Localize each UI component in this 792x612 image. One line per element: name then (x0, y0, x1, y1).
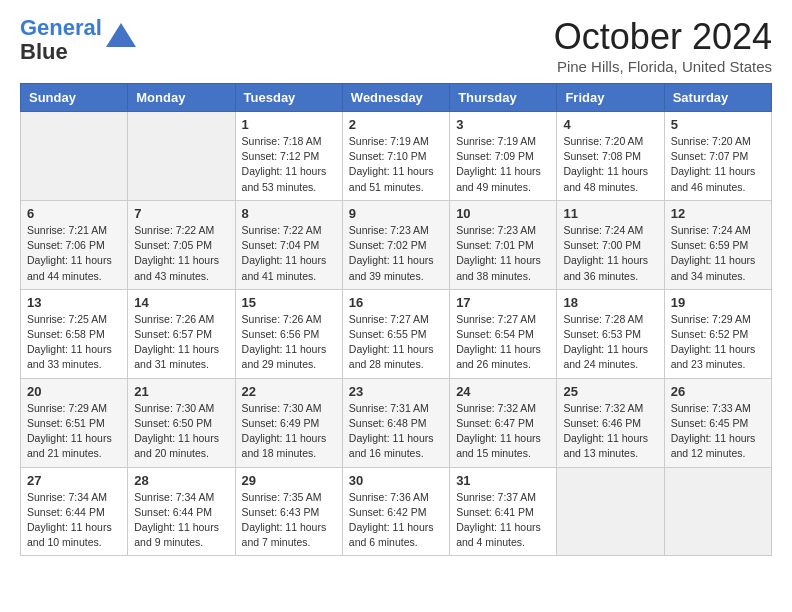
calendar-cell: 12Sunrise: 7:24 AMSunset: 6:59 PMDayligh… (664, 200, 771, 289)
day-number: 2 (349, 117, 443, 132)
day-detail: Sunrise: 7:33 AMSunset: 6:45 PMDaylight:… (671, 401, 765, 462)
day-detail: Sunrise: 7:24 AMSunset: 7:00 PMDaylight:… (563, 223, 657, 284)
day-number: 29 (242, 473, 336, 488)
calendar-cell (557, 467, 664, 556)
svg-marker-0 (106, 23, 136, 47)
day-detail: Sunrise: 7:21 AMSunset: 7:06 PMDaylight:… (27, 223, 121, 284)
day-detail: Sunrise: 7:20 AMSunset: 7:08 PMDaylight:… (563, 134, 657, 195)
calendar-cell: 6Sunrise: 7:21 AMSunset: 7:06 PMDaylight… (21, 200, 128, 289)
calendar-cell: 7Sunrise: 7:22 AMSunset: 7:05 PMDaylight… (128, 200, 235, 289)
calendar-cell: 9Sunrise: 7:23 AMSunset: 7:02 PMDaylight… (342, 200, 449, 289)
day-detail: Sunrise: 7:25 AMSunset: 6:58 PMDaylight:… (27, 312, 121, 373)
calendar-cell: 18Sunrise: 7:28 AMSunset: 6:53 PMDayligh… (557, 289, 664, 378)
calendar-cell: 21Sunrise: 7:30 AMSunset: 6:50 PMDayligh… (128, 378, 235, 467)
day-detail: Sunrise: 7:35 AMSunset: 6:43 PMDaylight:… (242, 490, 336, 551)
day-number: 13 (27, 295, 121, 310)
day-detail: Sunrise: 7:27 AMSunset: 6:54 PMDaylight:… (456, 312, 550, 373)
page-title: October 2024 (554, 16, 772, 58)
col-header-wednesday: Wednesday (342, 84, 449, 112)
calendar-cell: 15Sunrise: 7:26 AMSunset: 6:56 PMDayligh… (235, 289, 342, 378)
day-number: 12 (671, 206, 765, 221)
day-detail: Sunrise: 7:22 AMSunset: 7:04 PMDaylight:… (242, 223, 336, 284)
day-number: 31 (456, 473, 550, 488)
calendar-cell: 8Sunrise: 7:22 AMSunset: 7:04 PMDaylight… (235, 200, 342, 289)
col-header-tuesday: Tuesday (235, 84, 342, 112)
calendar-week-2: 6Sunrise: 7:21 AMSunset: 7:06 PMDaylight… (21, 200, 772, 289)
calendar-cell: 17Sunrise: 7:27 AMSunset: 6:54 PMDayligh… (450, 289, 557, 378)
day-number: 28 (134, 473, 228, 488)
day-detail: Sunrise: 7:28 AMSunset: 6:53 PMDaylight:… (563, 312, 657, 373)
day-number: 26 (671, 384, 765, 399)
calendar-header-row: SundayMondayTuesdayWednesdayThursdayFrid… (21, 84, 772, 112)
day-number: 27 (27, 473, 121, 488)
calendar-cell: 22Sunrise: 7:30 AMSunset: 6:49 PMDayligh… (235, 378, 342, 467)
calendar-cell (21, 112, 128, 201)
day-detail: Sunrise: 7:31 AMSunset: 6:48 PMDaylight:… (349, 401, 443, 462)
day-detail: Sunrise: 7:34 AMSunset: 6:44 PMDaylight:… (27, 490, 121, 551)
day-detail: Sunrise: 7:24 AMSunset: 6:59 PMDaylight:… (671, 223, 765, 284)
day-number: 5 (671, 117, 765, 132)
day-detail: Sunrise: 7:18 AMSunset: 7:12 PMDaylight:… (242, 134, 336, 195)
day-number: 25 (563, 384, 657, 399)
day-detail: Sunrise: 7:29 AMSunset: 6:51 PMDaylight:… (27, 401, 121, 462)
calendar-week-4: 20Sunrise: 7:29 AMSunset: 6:51 PMDayligh… (21, 378, 772, 467)
header: GeneralBlue October 2024 Pine Hills, Flo… (20, 16, 772, 75)
col-header-saturday: Saturday (664, 84, 771, 112)
day-detail: Sunrise: 7:32 AMSunset: 6:47 PMDaylight:… (456, 401, 550, 462)
day-number: 22 (242, 384, 336, 399)
day-number: 20 (27, 384, 121, 399)
day-detail: Sunrise: 7:23 AMSunset: 7:01 PMDaylight:… (456, 223, 550, 284)
logo: GeneralBlue (20, 16, 136, 64)
calendar-cell: 13Sunrise: 7:25 AMSunset: 6:58 PMDayligh… (21, 289, 128, 378)
day-number: 14 (134, 295, 228, 310)
day-number: 23 (349, 384, 443, 399)
calendar-cell: 1Sunrise: 7:18 AMSunset: 7:12 PMDaylight… (235, 112, 342, 201)
title-block: October 2024 Pine Hills, Florida, United… (554, 16, 772, 75)
logo-text: GeneralBlue (20, 16, 102, 64)
calendar-table: SundayMondayTuesdayWednesdayThursdayFrid… (20, 83, 772, 556)
calendar-cell: 14Sunrise: 7:26 AMSunset: 6:57 PMDayligh… (128, 289, 235, 378)
day-detail: Sunrise: 7:34 AMSunset: 6:44 PMDaylight:… (134, 490, 228, 551)
calendar-cell: 4Sunrise: 7:20 AMSunset: 7:08 PMDaylight… (557, 112, 664, 201)
day-detail: Sunrise: 7:30 AMSunset: 6:50 PMDaylight:… (134, 401, 228, 462)
calendar-cell: 5Sunrise: 7:20 AMSunset: 7:07 PMDaylight… (664, 112, 771, 201)
calendar-cell: 28Sunrise: 7:34 AMSunset: 6:44 PMDayligh… (128, 467, 235, 556)
calendar-cell: 30Sunrise: 7:36 AMSunset: 6:42 PMDayligh… (342, 467, 449, 556)
day-number: 6 (27, 206, 121, 221)
day-detail: Sunrise: 7:19 AMSunset: 7:09 PMDaylight:… (456, 134, 550, 195)
day-detail: Sunrise: 7:20 AMSunset: 7:07 PMDaylight:… (671, 134, 765, 195)
day-number: 18 (563, 295, 657, 310)
calendar-cell (664, 467, 771, 556)
calendar-cell: 19Sunrise: 7:29 AMSunset: 6:52 PMDayligh… (664, 289, 771, 378)
day-detail: Sunrise: 7:27 AMSunset: 6:55 PMDaylight:… (349, 312, 443, 373)
day-detail: Sunrise: 7:37 AMSunset: 6:41 PMDaylight:… (456, 490, 550, 551)
page-subtitle: Pine Hills, Florida, United States (554, 58, 772, 75)
day-number: 10 (456, 206, 550, 221)
calendar-cell: 11Sunrise: 7:24 AMSunset: 7:00 PMDayligh… (557, 200, 664, 289)
day-detail: Sunrise: 7:22 AMSunset: 7:05 PMDaylight:… (134, 223, 228, 284)
day-number: 24 (456, 384, 550, 399)
col-header-monday: Monday (128, 84, 235, 112)
day-detail: Sunrise: 7:26 AMSunset: 6:56 PMDaylight:… (242, 312, 336, 373)
calendar-week-3: 13Sunrise: 7:25 AMSunset: 6:58 PMDayligh… (21, 289, 772, 378)
day-number: 3 (456, 117, 550, 132)
day-detail: Sunrise: 7:30 AMSunset: 6:49 PMDaylight:… (242, 401, 336, 462)
calendar-cell: 29Sunrise: 7:35 AMSunset: 6:43 PMDayligh… (235, 467, 342, 556)
day-detail: Sunrise: 7:19 AMSunset: 7:10 PMDaylight:… (349, 134, 443, 195)
calendar-cell: 25Sunrise: 7:32 AMSunset: 6:46 PMDayligh… (557, 378, 664, 467)
calendar-cell: 16Sunrise: 7:27 AMSunset: 6:55 PMDayligh… (342, 289, 449, 378)
day-number: 11 (563, 206, 657, 221)
calendar-cell: 2Sunrise: 7:19 AMSunset: 7:10 PMDaylight… (342, 112, 449, 201)
day-number: 21 (134, 384, 228, 399)
day-number: 8 (242, 206, 336, 221)
day-number: 17 (456, 295, 550, 310)
day-number: 15 (242, 295, 336, 310)
day-number: 1 (242, 117, 336, 132)
calendar-cell: 23Sunrise: 7:31 AMSunset: 6:48 PMDayligh… (342, 378, 449, 467)
day-number: 7 (134, 206, 228, 221)
day-detail: Sunrise: 7:36 AMSunset: 6:42 PMDaylight:… (349, 490, 443, 551)
calendar-cell: 10Sunrise: 7:23 AMSunset: 7:01 PMDayligh… (450, 200, 557, 289)
day-number: 4 (563, 117, 657, 132)
calendar-week-5: 27Sunrise: 7:34 AMSunset: 6:44 PMDayligh… (21, 467, 772, 556)
day-number: 16 (349, 295, 443, 310)
